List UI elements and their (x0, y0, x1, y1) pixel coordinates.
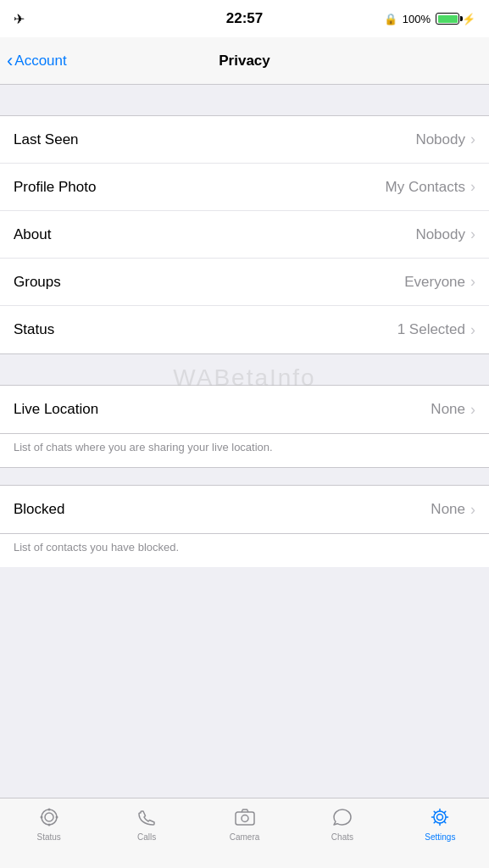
status-bar-right: 🔒 100% ⚡ (384, 13, 475, 25)
back-chevron-icon: ‹ (7, 52, 13, 70)
groups-label: Groups (14, 274, 61, 291)
live-location-group: Live Location None › (0, 385, 489, 434)
list-item-profile-photo[interactable]: Profile Photo My Contacts › (0, 164, 489, 211)
blocked-chevron-icon: › (470, 501, 475, 519)
blocked-label: Blocked (14, 501, 64, 518)
status-value: 1 Selected (397, 321, 465, 338)
calls-tab-icon (135, 805, 158, 829)
battery-bolt: ⚡ (462, 13, 475, 25)
svg-point-5 (55, 816, 58, 819)
svg-rect-6 (236, 812, 254, 825)
blocked-value: None (431, 501, 465, 518)
about-right: Nobody › (415, 225, 475, 243)
settings-tab-icon (428, 805, 452, 829)
airplane-icon: ✈ (14, 11, 25, 27)
profile-photo-label: Profile Photo (14, 179, 96, 196)
camera-tab-icon (233, 805, 257, 829)
about-label: About (14, 226, 51, 243)
battery-icon-container: ⚡ (436, 13, 475, 25)
live-location-label: Live Location (14, 401, 98, 418)
lock-icon: 🔒 (384, 13, 397, 25)
about-value: Nobody (415, 226, 465, 243)
chats-tab-label: Chats (331, 832, 353, 842)
svg-point-4 (40, 816, 42, 819)
camera-tab-label: Camera (230, 832, 260, 842)
status-bar: ✈ 22:57 🔒 100% ⚡ (0, 0, 489, 37)
tab-camera[interactable]: Camera (196, 805, 293, 842)
visibility-settings-group: Last Seen Nobody › Profile Photo My Cont… (0, 115, 489, 354)
nav-back-button[interactable]: ‹ Account (7, 52, 67, 70)
section-spacer-mid (0, 354, 489, 385)
last-seen-right: Nobody › (415, 131, 475, 148)
list-item-about[interactable]: About Nobody › (0, 211, 489, 259)
status-bar-time: 22:57 (226, 10, 263, 27)
list-item-live-location[interactable]: Live Location None › (0, 386, 489, 433)
battery-percent: 100% (403, 13, 431, 25)
list-item-groups[interactable]: Groups Everyone › (0, 259, 489, 306)
section-spacer-top (0, 85, 489, 115)
svg-point-7 (242, 815, 248, 822)
list-item-blocked[interactable]: Blocked None › (0, 486, 489, 533)
svg-point-3 (47, 824, 50, 826)
calls-tab-label: Calls (137, 832, 156, 842)
battery-icon (436, 13, 459, 25)
status-tab-label: Status (37, 832, 61, 842)
status-chevron-icon: › (470, 321, 475, 339)
content: Last Seen Nobody › Profile Photo My Cont… (0, 85, 489, 643)
live-location-value: None (431, 401, 465, 418)
section-spacer-bottom (0, 468, 489, 485)
profile-photo-right: My Contacts › (386, 178, 475, 196)
live-location-subtext: List of chats where you are sharing your… (0, 434, 489, 468)
profile-photo-chevron-icon: › (470, 178, 475, 196)
tab-calls[interactable]: Calls (97, 805, 195, 842)
svg-point-1 (45, 813, 53, 821)
battery-fill (438, 15, 458, 23)
tab-settings[interactable]: Settings (392, 805, 489, 842)
settings-tab-label: Settings (425, 832, 455, 842)
tab-chats[interactable]: Chats (293, 805, 391, 842)
nav-bar: ‹ Account Privacy (0, 37, 489, 85)
svg-point-2 (47, 809, 50, 811)
blocked-right: None › (431, 501, 475, 519)
status-bar-left: ✈ (14, 11, 25, 27)
status-privacy-label: Status (14, 321, 54, 338)
live-location-right: None › (431, 401, 475, 419)
groups-right: Everyone › (404, 273, 475, 291)
nav-back-label: Account (14, 53, 66, 70)
last-seen-label: Last Seen (14, 131, 79, 148)
status-tab-icon (37, 805, 61, 829)
about-chevron-icon: › (470, 225, 475, 243)
groups-value: Everyone (404, 274, 465, 291)
blocked-group: Blocked None › (0, 485, 489, 534)
list-item-last-seen[interactable]: Last Seen Nobody › (0, 116, 489, 164)
blocked-subtext: List of contacts you have blocked. (0, 534, 489, 567)
svg-point-8 (437, 815, 443, 821)
profile-photo-value: My Contacts (386, 179, 465, 196)
last-seen-chevron-icon: › (470, 131, 475, 148)
tab-status[interactable]: Status (0, 805, 97, 842)
chats-tab-icon (331, 805, 354, 829)
svg-point-9 (434, 811, 446, 823)
tab-bar: Status Calls Camera Chats Settings (0, 798, 489, 868)
live-location-chevron-icon: › (470, 401, 475, 419)
nav-title: Privacy (219, 53, 270, 70)
status-right: 1 Selected › (397, 321, 475, 339)
last-seen-value: Nobody (415, 131, 465, 148)
groups-chevron-icon: › (470, 273, 475, 291)
svg-point-0 (42, 810, 57, 825)
list-item-status[interactable]: Status 1 Selected › (0, 306, 489, 353)
